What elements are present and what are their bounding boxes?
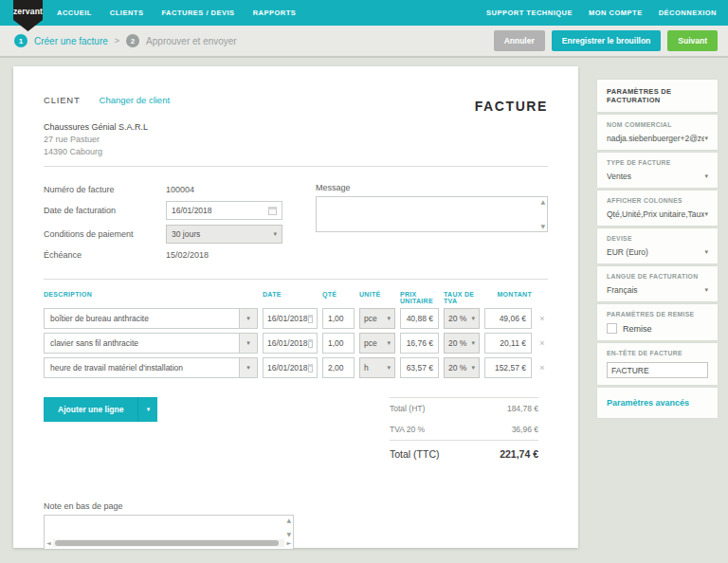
step-2-circle[interactable]: 2 <box>126 34 139 47</box>
chevron-down-icon: ▾ <box>147 406 151 413</box>
step-1-label[interactable]: Créer une facture <box>34 36 108 46</box>
unit-select[interactable]: pce ▾ <box>359 308 395 329</box>
unit-price-input[interactable]: 63,57 € <box>400 357 439 378</box>
breadcrumb: 1 Créer une facture > 2 Approuver et env… <box>14 34 237 47</box>
qty-input[interactable]: 1,00 <box>322 333 355 354</box>
line-date-input[interactable]: 16/01/2018 <box>263 333 318 354</box>
delete-line-icon[interactable]: × <box>537 338 548 348</box>
header-date: DATE <box>263 291 318 304</box>
description-dropdown-button[interactable]: ▾ <box>239 358 257 377</box>
line-date-input[interactable]: 16/01/2018 <box>263 308 318 329</box>
scroll-right-icon[interactable]: ► <box>286 540 291 546</box>
breadcrumb-bar: 1 Créer une facture > 2 Approuver et env… <box>0 26 728 58</box>
unit-select[interactable]: h ▾ <box>359 357 395 378</box>
delete-line-icon[interactable]: × <box>537 314 548 323</box>
nav-item-mon-compte[interactable]: MON COMPTE <box>589 9 643 17</box>
scroll-left-icon[interactable]: ◄ <box>46 540 51 546</box>
header-amount: MONTANT <box>484 291 532 304</box>
unit-value: pce <box>364 338 377 348</box>
client-address-line2: 14390 Cabourg <box>44 146 548 158</box>
nav-item-factures-devis[interactable]: FACTURES / DEVIS <box>161 9 234 17</box>
columns-select[interactable]: Qté,Unité,Prix unitaire,Taux... ▾ <box>607 209 708 219</box>
add-line-label[interactable]: Ajouter une ligne <box>44 397 137 422</box>
currency-select[interactable]: EUR (Euro) ▾ <box>607 247 708 257</box>
add-line-dropdown-button[interactable]: ▾ <box>137 397 157 422</box>
message-label: Message <box>316 183 548 192</box>
discount-checkbox-label: Remise <box>623 324 652 334</box>
invoice-header-input[interactable]: FACTURE <box>607 362 708 378</box>
amount-value: 20,11 € <box>500 338 526 348</box>
currency-value: EUR (Euro) <box>607 247 648 257</box>
scrollbar-thumb[interactable] <box>55 540 280 546</box>
message-textarea[interactable]: ▲ ▼ <box>316 196 548 232</box>
language-select[interactable]: Français ▾ <box>607 285 708 295</box>
unit-value: h <box>364 363 369 372</box>
amount-value: 49,06 € <box>500 314 526 323</box>
grand-total-label: Total (TTC) <box>390 448 440 460</box>
qty-value: 1,00 <box>328 314 344 323</box>
vat-value: 20 % <box>448 314 466 323</box>
delete-line-icon[interactable]: × <box>537 363 548 372</box>
unit-price-input[interactable]: 40,88 € <box>400 308 439 329</box>
payment-terms-select[interactable]: 30 jours ▾ <box>166 225 282 244</box>
amount-input[interactable]: 20,11 € <box>484 333 532 354</box>
header-unit: UNITÉ <box>359 291 395 304</box>
next-button[interactable]: Suivant <box>667 30 718 51</box>
scroll-down-icon[interactable]: ▼ <box>286 532 291 537</box>
client-address: Chaussures Génial S.A.R.L 27 rue Pastuer… <box>44 121 548 158</box>
discount-checkbox-row[interactable]: Remise <box>607 323 708 334</box>
description-combobox[interactable]: clavier sans fil anthracite ▾ <box>44 333 258 354</box>
nav-item-accueil[interactable]: ACCUEIL <box>57 9 92 17</box>
description-value: clavier sans fil anthracite <box>45 334 239 353</box>
nav-item-clients[interactable]: CLIENTS <box>110 9 144 17</box>
vat-select[interactable]: 20 % ▾ <box>444 357 480 378</box>
scroll-up-icon[interactable]: ▲ <box>540 199 545 205</box>
horizontal-scrollbar[interactable]: ◄ ► <box>46 539 291 547</box>
discount-checkbox[interactable] <box>607 323 617 334</box>
language-value: Français <box>607 285 638 295</box>
save-draft-button[interactable]: Enregistrer le brouillon <box>552 30 662 51</box>
discount-label: PARAMÈTRES DE REMISE <box>607 311 708 318</box>
invoice-number-value: 100004 <box>166 185 194 194</box>
discount-section: PARAMÈTRES DE REMISE Remise <box>597 304 718 340</box>
description-combobox[interactable]: boîtier de bureau anthracite ▾ <box>44 308 258 329</box>
amount-input[interactable]: 49,06 € <box>484 308 532 329</box>
change-client-link[interactable]: Changer de client <box>100 95 170 105</box>
step-1-circle[interactable]: 1 <box>14 34 27 47</box>
amount-input[interactable]: 152,57 € <box>484 357 532 378</box>
scroll-down-icon[interactable]: ▼ <box>540 224 545 229</box>
unit-price-input[interactable]: 16,76 € <box>400 333 439 354</box>
vat-select[interactable]: 20 % ▾ <box>444 333 480 354</box>
invoice-date-input[interactable]: 16/01/2018 <box>166 201 282 220</box>
invoice-line-row: clavier sans fil anthracite ▾ 16/01/2018… <box>44 333 548 354</box>
unit-select[interactable]: pce ▾ <box>359 333 395 354</box>
divider <box>44 166 548 167</box>
qty-input[interactable]: 1,00 <box>322 308 355 329</box>
invoice-type-select[interactable]: Ventes ▾ <box>607 172 708 181</box>
chevron-down-icon: ▾ <box>387 316 391 322</box>
calendar-icon <box>308 364 313 372</box>
header-unit-price: PRIX UNITAIRE <box>400 291 439 304</box>
unit-price-value: 16,76 € <box>407 338 433 348</box>
calendar-icon <box>308 315 313 323</box>
step-2-label[interactable]: Approuver et envoyer <box>146 36 237 46</box>
scroll-up-icon[interactable]: ▲ <box>286 518 291 523</box>
footer-note-textarea[interactable]: ▲ ▼ ◄ ► <box>44 515 294 550</box>
description-dropdown-button[interactable]: ▾ <box>239 334 257 353</box>
qty-input[interactable]: 2,00 <box>322 357 355 378</box>
header-field-label: EN-TÊTE DE FACTURE <box>607 350 708 356</box>
description-combobox[interactable]: heure de travail matériel d'installation… <box>44 357 258 378</box>
sidebar-title: PARAMÈTRES DE FACTURATION <box>597 80 718 112</box>
add-line-button[interactable]: Ajouter une ligne ▾ <box>44 397 157 422</box>
cancel-button[interactable]: Annuler <box>494 30 545 51</box>
vat-select[interactable]: 20 % ▾ <box>444 308 480 329</box>
description-dropdown-button[interactable]: ▾ <box>239 309 257 328</box>
nav-item-support[interactable]: SUPPORT TECHNIQUE <box>486 9 573 17</box>
message-column: Message ▲ ▼ <box>316 183 548 266</box>
nav-item-deconnexion[interactable]: DÉCONNEXION <box>659 9 717 17</box>
nav-item-rapports[interactable]: RAPPORTS <box>253 9 297 17</box>
divider <box>44 279 548 280</box>
line-date-input[interactable]: 16/01/2018 <box>263 357 318 378</box>
business-name-select[interactable]: nadja.siebenbuerger+2@ze... ▾ <box>607 134 708 143</box>
advanced-settings-link[interactable]: Paramètres avancés <box>607 394 708 411</box>
